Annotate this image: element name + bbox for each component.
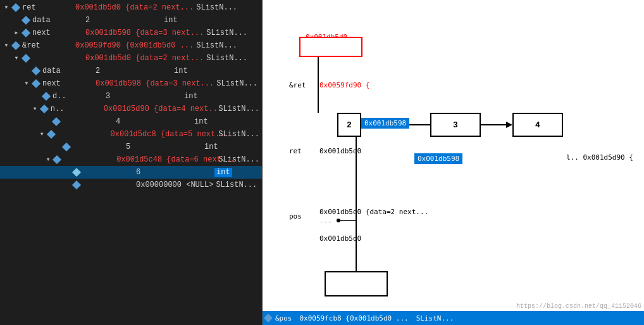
tree-row[interactable]: ▶ next 0x001db598 {data=3 next... SListN… bbox=[0, 27, 262, 39]
tree-row[interactable]: d.. 3 int bbox=[0, 90, 262, 103]
node-3-box: 3 bbox=[430, 113, 481, 137]
type-icon bbox=[72, 168, 81, 177]
expand-icon[interactable]: ▼ bbox=[3, 4, 10, 11]
var-name: next bbox=[32, 29, 83, 37]
tree-row[interactable]: ▼ ret 0x001db5d0 {data=2 next... SListN.… bbox=[0, 1, 262, 14]
bottom-node-box bbox=[325, 271, 388, 296]
var-type: SListN... bbox=[216, 79, 257, 88]
var-type: SListN... bbox=[216, 181, 257, 189]
tree-row[interactable]: 0x00000000 <NULL> SListN... bbox=[0, 179, 262, 191]
debugger-tree-panel: ▼ ret 0x001db5d0 {data=2 next... SListN.… bbox=[0, 0, 263, 325]
type-icon bbox=[47, 130, 56, 139]
ret-ampersand-addr: 0x0059fd90 { bbox=[319, 81, 369, 89]
expand-icon[interactable]: ▶ bbox=[13, 29, 20, 37]
tree-row[interactable]: ▼ 0x001d5dc8 {data=5 next... SListN... bbox=[0, 128, 262, 141]
tree-row[interactable]: ▼ n.. 0x001d5d90 {data=4 next... SListN.… bbox=[0, 103, 262, 115]
ret-var-label: ret bbox=[289, 147, 302, 155]
type-icon bbox=[11, 3, 20, 12]
tree-row[interactable]: data 2 int bbox=[0, 14, 262, 27]
visualization-panel: 0x001db5d0 &ret 0x0059fd90 { 2 0x001db59… bbox=[263, 0, 644, 325]
var-type: int bbox=[204, 143, 218, 151]
var-value: 4 bbox=[116, 117, 192, 126]
svg-marker-6 bbox=[506, 122, 512, 128]
var-type: int bbox=[174, 67, 188, 75]
bottom-bar-type: SListN... bbox=[416, 314, 454, 322]
var-value: 5 bbox=[126, 143, 202, 151]
watermark: https://blog.csdn.net/qq_41152046 bbox=[516, 303, 641, 310]
var-type: SListN... bbox=[206, 29, 247, 37]
var-value: 0x001d5d90 {data=4 next... bbox=[104, 105, 216, 113]
var-name: data bbox=[42, 67, 93, 75]
var-type: int bbox=[194, 117, 208, 126]
var-value: 2 bbox=[85, 16, 161, 25]
node-2-value: 2 bbox=[347, 120, 352, 130]
var-type: SListN... bbox=[218, 105, 259, 113]
var-value: 0x001db598 {data=3 next... bbox=[85, 29, 204, 37]
type-icon bbox=[72, 181, 81, 189]
pos-var-label: pos bbox=[289, 212, 302, 220]
var-type: SListN... bbox=[218, 155, 259, 164]
bottom-bar-addr: 0x0059fcb8 {0x001db5d0 ... bbox=[300, 314, 409, 322]
expand-icon[interactable]: ▼ bbox=[3, 42, 10, 49]
var-type: int bbox=[164, 16, 178, 25]
expand-icon[interactable]: ▼ bbox=[31, 105, 38, 113]
node-4-value: 4 bbox=[535, 120, 540, 130]
var-name: ret bbox=[22, 3, 73, 12]
tree-row[interactable]: ▼ 0x001db5d0 {data=2 next... SListN... bbox=[0, 52, 262, 65]
expand-spacer bbox=[43, 118, 51, 125]
pos-var-separator: --- bbox=[319, 217, 332, 226]
bottom-bar-icon bbox=[264, 314, 273, 322]
tree-row[interactable]: ▼ next 0x001db598 {data=3 next... SListN… bbox=[0, 77, 262, 90]
expand-icon[interactable]: ▼ bbox=[13, 54, 20, 62]
pos-var-data: 0x001db5d0 {data=2 next... bbox=[319, 208, 428, 216]
var-value: 0x001d5dc8 {data=5 next... bbox=[111, 130, 216, 139]
expand-spacer bbox=[63, 181, 71, 189]
tree-row[interactable]: 5 int bbox=[0, 141, 262, 153]
tree-row[interactable]: ▼ &ret 0x0059fd90 {0x001db5d0 ... SListN… bbox=[0, 39, 262, 52]
type-icon bbox=[32, 79, 40, 88]
var-value: 0x001d5c48 {data=6 next... bbox=[116, 155, 216, 164]
var-name: next bbox=[42, 79, 93, 88]
top-node-box bbox=[299, 37, 362, 57]
expand-icon[interactable]: ▼ bbox=[23, 80, 30, 87]
expand-spacer bbox=[23, 67, 30, 75]
var-type: SListN... bbox=[218, 130, 259, 139]
node-3-addr-label: 0x001db598 bbox=[414, 153, 462, 164]
node-4-box: 4 bbox=[512, 113, 563, 137]
var-name: n.. bbox=[51, 105, 101, 113]
bottom-status-bar[interactable]: &pos 0x0059fcb8 {0x001db5d0 ... SListN..… bbox=[263, 311, 644, 325]
tree-row[interactable]: 4 int bbox=[0, 115, 262, 128]
var-type: SListN... bbox=[196, 3, 237, 12]
var-value: 3 bbox=[106, 92, 182, 101]
tree-row-selected[interactable]: 6 int bbox=[0, 166, 262, 179]
var-value: 0x001db598 {data=3 next... bbox=[96, 79, 214, 88]
tree-row[interactable]: data 2 int bbox=[0, 65, 262, 77]
type-icon bbox=[52, 117, 61, 126]
bottom-bar-pos-label: &pos bbox=[275, 314, 292, 322]
var-name: d.. bbox=[53, 92, 103, 101]
type-icon bbox=[42, 92, 51, 101]
var-value: 0x00000000 <NULL> bbox=[136, 181, 213, 189]
node-2-next-addr: 0x001db598 bbox=[361, 118, 409, 129]
var-type-selected: int bbox=[214, 168, 232, 177]
ret-ampersand-label: &ret bbox=[289, 81, 306, 89]
var-value: 0x001db5d0 {data=2 next... bbox=[75, 3, 194, 12]
tree-row[interactable]: ▼ 0x001d5c48 {data=6 next... SListN... bbox=[0, 153, 262, 166]
expand-spacer bbox=[33, 92, 40, 100]
type-icon bbox=[62, 143, 71, 151]
type-icon bbox=[22, 16, 30, 25]
node-2-box: 2 bbox=[337, 113, 361, 137]
var-type: SListN... bbox=[196, 41, 237, 50]
type-icon bbox=[53, 155, 61, 164]
expand-icon[interactable]: ▼ bbox=[45, 156, 51, 163]
expand-spacer bbox=[53, 143, 61, 151]
var-name: &ret bbox=[22, 41, 73, 50]
var-value: 0x0059fd90 {0x001db5d0 ... bbox=[75, 41, 194, 50]
type-icon bbox=[22, 29, 30, 37]
type-icon bbox=[32, 67, 40, 75]
expand-spacer bbox=[63, 169, 71, 176]
var-name: data bbox=[32, 16, 83, 25]
var-value: 2 bbox=[96, 67, 171, 75]
viz-area: 0x001db5d0 &ret 0x0059fd90 { 2 0x001db59… bbox=[263, 0, 644, 325]
expand-icon[interactable]: ▼ bbox=[39, 131, 46, 138]
